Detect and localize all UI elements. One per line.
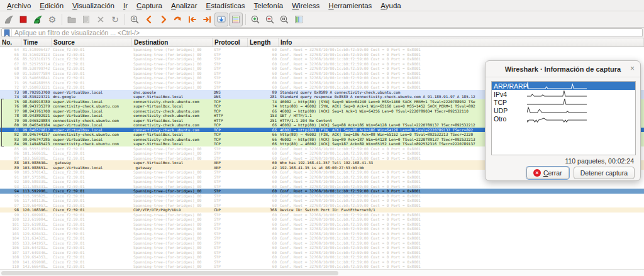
packet-row[interactable]: 101 125.619832… Cisco_f2:59:01 Spanning-… bbox=[0, 222, 644, 227]
packet-row[interactable]: 94 113.592990… Cisco_f2:59:01 Spanning-t… bbox=[0, 189, 644, 194]
close-file-button[interactable] bbox=[94, 13, 108, 26]
go-last-button[interactable] bbox=[200, 13, 214, 26]
menu-telefonia[interactable]: Telefonía bbox=[250, 1, 288, 10]
open-file-button[interactable] bbox=[65, 13, 79, 26]
capture-protocol-row[interactable]: ARP/RARP bbox=[492, 82, 635, 90]
col-time[interactable]: Time bbox=[21, 38, 52, 47]
cerrar-button[interactable]: × Cerrar bbox=[526, 167, 569, 179]
colorize-toggle[interactable] bbox=[229, 13, 243, 26]
toolbar-separator bbox=[62, 14, 62, 25]
menu-visualizacion[interactable]: Visualización bbox=[68, 1, 119, 10]
traffic-sparkline-icon bbox=[527, 82, 587, 90]
packet-row[interactable]: 100 123.619084… Cisco_f2:59:01 Spanning-… bbox=[0, 217, 644, 222]
zoom-out-button[interactable] bbox=[263, 13, 277, 26]
chevron-left-icon bbox=[144, 14, 154, 25]
autoscroll-toggle[interactable] bbox=[214, 13, 228, 26]
restart-capture-button[interactable] bbox=[31, 13, 45, 26]
wireshark-window: Archivo Edición Visualización Ir Captura… bbox=[0, 0, 644, 276]
save-file-button[interactable] bbox=[79, 13, 93, 26]
col-length[interactable]: Length bbox=[248, 38, 279, 47]
main-toolbar: ⚙ ↻ A bbox=[0, 11, 644, 28]
col-protocol[interactable]: Protocol bbox=[213, 38, 248, 47]
packet-row[interactable]: 106 135.644292… Cisco_f2:59:01 Spanning-… bbox=[0, 245, 644, 250]
start-capture-button[interactable] bbox=[2, 13, 16, 26]
colorize-rows-icon bbox=[231, 14, 241, 25]
menu-analizar[interactable]: Analizar bbox=[167, 1, 202, 10]
packet-row[interactable]: 97 119.604957… Cisco_f2:59:01 Spanning-t… bbox=[0, 203, 644, 208]
zoom-reset-button[interactable] bbox=[277, 13, 291, 26]
packet-row[interactable]: 96 117.601136… Cisco_f2:59:01 Spanning-t… bbox=[0, 198, 644, 203]
scrollbar-thumb[interactable] bbox=[1, 271, 338, 275]
packet-row[interactable]: 107 137.649346… Cisco_f2:59:01 Spanning-… bbox=[0, 250, 644, 255]
display-filter-box bbox=[1, 28, 643, 37]
packet-row[interactable]: 98 120.108396… Cisco_f2:59:01 CDP/VTP/DT… bbox=[0, 207, 644, 213]
folder-icon bbox=[67, 14, 77, 25]
capture-options-button[interactable]: ⚙ bbox=[45, 13, 59, 26]
menu-estadisticas[interactable]: Estadísticas bbox=[202, 1, 250, 10]
bar-arrow-left-icon bbox=[187, 14, 197, 25]
menu-ayuda[interactable]: Ayuda bbox=[376, 1, 405, 10]
menu-archivo[interactable]: Archivo bbox=[3, 1, 35, 10]
dialog-close-icon[interactable]: × bbox=[630, 64, 635, 73]
packet-row[interactable]: 105 133.641957… Cisco_f2:59:01 Spanning-… bbox=[0, 241, 644, 246]
autoscroll-icon bbox=[216, 14, 226, 25]
col-source[interactable]: Source bbox=[52, 38, 132, 47]
detener-captura-button[interactable]: Detener captura bbox=[574, 167, 635, 179]
stop-capture-button[interactable] bbox=[16, 13, 30, 26]
chevron-right-icon bbox=[158, 14, 169, 25]
menu-edicion[interactable]: Edición bbox=[35, 1, 68, 10]
filter-bar bbox=[0, 28, 644, 38]
resize-columns-button[interactable] bbox=[292, 13, 306, 26]
resize-columns-icon bbox=[294, 14, 304, 25]
reload-arrow-icon: ↻ bbox=[111, 15, 119, 24]
go-to-packet-button[interactable] bbox=[171, 13, 185, 26]
traffic-sparkline-icon bbox=[527, 98, 587, 106]
packet-row[interactable]: 110 143.666405… Cisco_f2:59:01 Spanning-… bbox=[0, 264, 644, 269]
col-destination[interactable]: Destination bbox=[132, 38, 213, 47]
horizontal-scrollbar[interactable] bbox=[0, 269, 644, 276]
go-first-button[interactable] bbox=[186, 13, 199, 26]
col-no[interactable]: No. bbox=[0, 38, 21, 47]
packet-row[interactable]: 102 127.624531… Cisco_f2:59:01 Spanning-… bbox=[0, 226, 644, 231]
packet-row[interactable]: 108 139.654353… Cisco_f2:59:01 Spanning-… bbox=[0, 255, 644, 260]
zoom-in-icon bbox=[250, 14, 260, 25]
col-info[interactable]: Info bbox=[279, 38, 644, 47]
packet-list-header: No. Time Source Destination Protocol Len… bbox=[0, 38, 644, 47]
capture-protocol-row[interactable]: Otro bbox=[492, 114, 635, 123]
menu-herramientas[interactable]: Herramientas bbox=[324, 1, 376, 10]
toolbar-separator bbox=[245, 14, 246, 25]
go-back-button[interactable] bbox=[142, 13, 156, 26]
menu-bar: Archivo Edición Visualización Ir Captura… bbox=[0, 0, 644, 11]
packet-row[interactable]: 64 81.518096437 Cisco_f2:59:01 Spanning-… bbox=[0, 47, 644, 52]
magnifier-a-icon: A bbox=[130, 14, 140, 25]
packet-row[interactable]: 109 141.659098… Cisco_f2:59:01 Spanning-… bbox=[0, 260, 644, 265]
zoom-out-icon bbox=[265, 14, 275, 25]
zoom-in-button[interactable] bbox=[248, 13, 262, 26]
traffic-sparkline-icon bbox=[527, 114, 587, 123]
curved-arrow-icon bbox=[173, 14, 183, 25]
menu-wireless[interactable]: Wireless bbox=[287, 1, 324, 10]
go-forward-button[interactable] bbox=[157, 13, 170, 26]
packet-row[interactable]: 93 111.585331… Cisco_f2:59:01 Spanning-t… bbox=[0, 184, 644, 189]
capture-protocol-row[interactable]: TCP bbox=[492, 98, 635, 106]
display-filter-input[interactable] bbox=[12, 29, 642, 36]
menu-ir[interactable]: Ir bbox=[119, 1, 132, 10]
capture-protocol-row[interactable]: IPv4 bbox=[492, 90, 635, 98]
packet-row[interactable]: 95 115.595825… Cisco_f2:59:01 Spanning-t… bbox=[0, 194, 644, 199]
packet-row[interactable]: 103 129.620432… Cisco_f2:59:01 Spanning-… bbox=[0, 231, 644, 236]
conversation-bracket bbox=[1, 99, 4, 146]
packet-row[interactable]: 99 121.609987… Cisco_f2:59:01 Spanning-t… bbox=[0, 213, 644, 218]
save-note-icon bbox=[81, 14, 91, 25]
menu-captura[interactable]: Captura bbox=[132, 1, 167, 10]
restart-fin-icon bbox=[33, 14, 43, 25]
filter-bookmark-icon[interactable] bbox=[2, 29, 12, 36]
reload-button[interactable]: ↻ bbox=[108, 13, 122, 26]
packet-row[interactable]: 65 83.516029123 Cisco_f2:59:01 Spanning-… bbox=[0, 52, 644, 57]
capture-stats: 110 paquetes, 00:02:24 bbox=[565, 157, 634, 165]
dialog-title: Wireshark · Información de captura bbox=[505, 65, 621, 73]
capture-protocol-row[interactable]: UDP bbox=[492, 106, 635, 114]
capture-info-dialog: Wireshark · Información de captura × ARP… bbox=[485, 60, 641, 181]
find-packet-button[interactable]: A bbox=[128, 13, 142, 26]
dialog-titlebar[interactable]: Wireshark · Información de captura × bbox=[486, 61, 640, 77]
packet-row[interactable]: 104 131.634325… Cisco_f2:59:01 Spanning-… bbox=[0, 236, 644, 241]
